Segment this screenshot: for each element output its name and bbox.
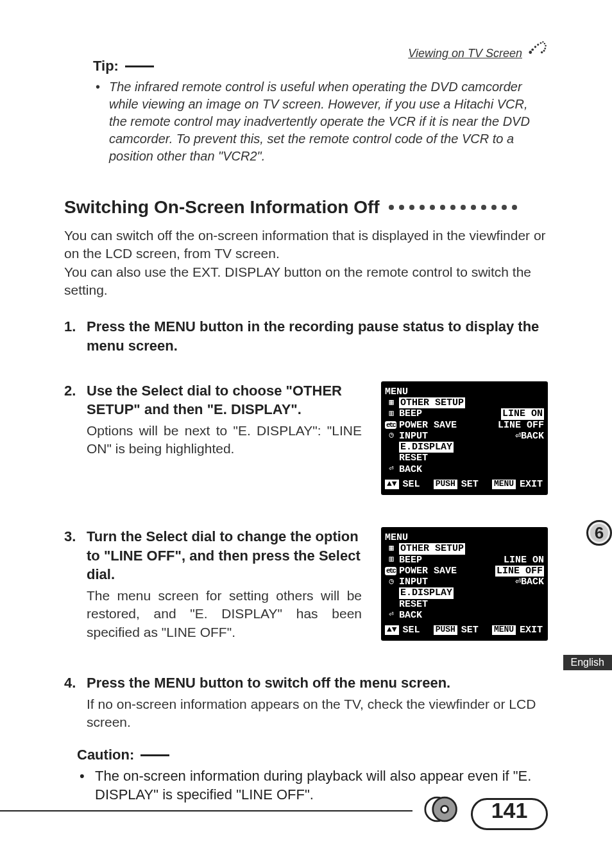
svg-point-7 [545,45,546,46]
disc-icon [424,792,459,829]
step-bold: Use the Select dial to choose "OTHER SET… [87,381,362,419]
step-4: 4. Press the MENU button to switch off t… [64,673,548,731]
footer-line [0,810,412,812]
header-section-text: Viewing on TV Screen [408,47,522,60]
svg-point-1 [531,48,534,51]
svg-point-8 [544,48,546,49]
intro-text: You can switch off the on-screen informa… [64,227,548,299]
step-3: 3. Turn the Select dial to change the op… [64,527,548,641]
section-dots-icon [389,205,517,210]
step-number: 2. [64,381,80,419]
dash-icon [125,65,154,67]
footer: 141 [0,792,548,829]
caution-heading: Caution: [77,747,548,763]
step-bold: Press the MENU button in the recording p… [87,317,548,355]
chapter-tab: 6 [586,520,612,546]
step-number: 3. [64,527,80,584]
svg-point-9 [543,49,545,51]
chapter-number: 6 [586,520,612,546]
step-desc: Options will be next to "E. DISPLAY": "L… [87,422,362,458]
menu-screenshot-2: MENU▦OTHER SETUP▥BEEPLINE ONetcPOWER SAV… [381,527,548,641]
step-1: 1. Press the MENU button in the recordin… [64,317,548,355]
svg-point-0 [529,51,532,54]
step-number: 4. [64,673,80,693]
step-bold: Turn the Select dial to change the optio… [87,527,362,584]
tip-text: The infrared remote control is useful wh… [93,78,548,165]
svg-point-3 [537,44,539,46]
swirl-icon [526,36,548,60]
step-desc: The menu screen for setting others will … [87,587,362,641]
header: Viewing on TV Screen [408,36,548,60]
caution-label: Caution: [77,747,134,763]
svg-point-13 [441,806,448,813]
svg-point-4 [540,42,542,44]
section-title-text: Switching On-Screen Information Off [64,197,380,218]
step-2: 2. Use the Select dial to choose "OTHER … [64,381,548,495]
dash-icon [140,754,169,756]
tip-label: Tip: [93,58,119,74]
svg-point-6 [544,43,545,44]
svg-point-2 [534,46,536,48]
step-desc: If no on-screen information appears on t… [87,695,548,732]
language-tab: English [563,655,612,670]
section-title: Switching On-Screen Information Off [64,197,548,218]
step-number: 1. [64,317,80,355]
svg-point-5 [542,41,543,42]
menu-screenshot-1: MENU▦OTHER SETUP▥BEEPLINE ONetcPOWER SAV… [381,381,548,495]
page-number: 141 [491,798,528,823]
step-bold: Press the MENU button to switch off the … [87,673,450,693]
svg-point-10 [541,51,543,53]
